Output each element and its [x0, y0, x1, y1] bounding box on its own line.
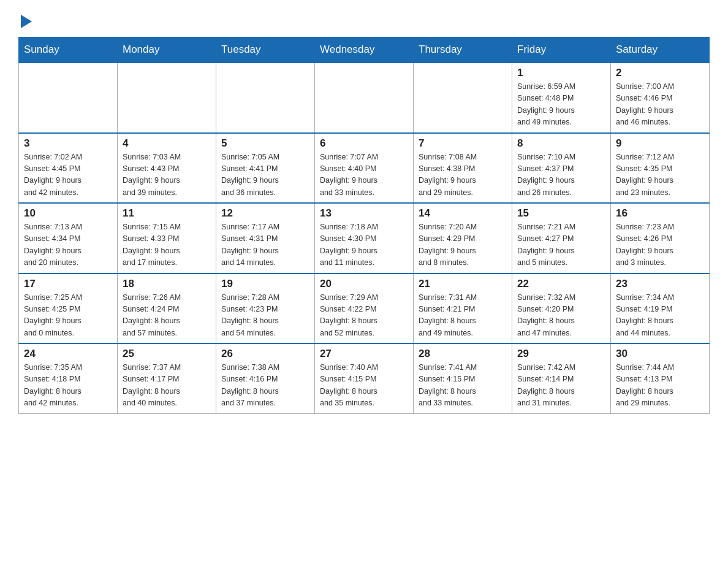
week-row-5: 24Sunrise: 7:35 AM Sunset: 4:18 PM Dayli… [19, 343, 710, 413]
day-number: 24 [24, 348, 112, 360]
day-info: Sunrise: 6:59 AM Sunset: 4:48 PM Dayligh… [517, 81, 605, 129]
day-number: 1 [517, 67, 605, 79]
calendar-table: SundayMondayTuesdayWednesdayThursdayFrid… [18, 37, 710, 414]
calendar-cell: 6Sunrise: 7:07 AM Sunset: 4:40 PM Daylig… [315, 133, 414, 204]
day-number: 3 [24, 137, 112, 150]
calendar-cell: 17Sunrise: 7:25 AM Sunset: 4:25 PM Dayli… [19, 274, 118, 344]
calendar-cell: 1Sunrise: 6:59 AM Sunset: 4:48 PM Daylig… [512, 63, 611, 133]
weekday-header-monday: Monday [118, 37, 216, 63]
calendar-cell [216, 63, 315, 133]
week-row-4: 17Sunrise: 7:25 AM Sunset: 4:25 PM Dayli… [19, 274, 710, 344]
day-number: 14 [419, 207, 507, 220]
day-number: 2 [616, 67, 704, 79]
day-info: Sunrise: 7:38 AM Sunset: 4:16 PM Dayligh… [221, 362, 309, 410]
calendar-cell: 24Sunrise: 7:35 AM Sunset: 4:18 PM Dayli… [19, 343, 118, 413]
calendar-cell: 25Sunrise: 7:37 AM Sunset: 4:17 PM Dayli… [118, 343, 216, 413]
calendar-cell: 20Sunrise: 7:29 AM Sunset: 4:22 PM Dayli… [315, 274, 414, 344]
calendar-cell: 7Sunrise: 7:08 AM Sunset: 4:38 PM Daylig… [414, 133, 512, 204]
day-number: 21 [419, 278, 507, 290]
weekday-header-row: SundayMondayTuesdayWednesdayThursdayFrid… [19, 37, 710, 63]
calendar-cell [19, 63, 118, 133]
day-number: 6 [320, 137, 408, 150]
day-number: 11 [123, 207, 211, 220]
day-number: 22 [517, 278, 605, 290]
day-info: Sunrise: 7:29 AM Sunset: 4:22 PM Dayligh… [320, 292, 408, 340]
day-info: Sunrise: 7:05 AM Sunset: 4:41 PM Dayligh… [221, 151, 309, 199]
day-number: 5 [221, 137, 309, 150]
day-number: 10 [24, 207, 112, 220]
calendar-cell: 4Sunrise: 7:03 AM Sunset: 4:43 PM Daylig… [118, 133, 216, 204]
weekday-header-thursday: Thursday [414, 37, 512, 63]
calendar-cell: 8Sunrise: 7:10 AM Sunset: 4:37 PM Daylig… [512, 133, 611, 204]
day-info: Sunrise: 7:07 AM Sunset: 4:40 PM Dayligh… [320, 151, 408, 199]
page-header [18, 12, 710, 31]
day-info: Sunrise: 7:18 AM Sunset: 4:30 PM Dayligh… [320, 221, 408, 269]
calendar-cell: 14Sunrise: 7:20 AM Sunset: 4:29 PM Dayli… [414, 203, 512, 274]
day-number: 17 [24, 278, 112, 290]
day-number: 29 [517, 348, 605, 360]
day-info: Sunrise: 7:17 AM Sunset: 4:31 PM Dayligh… [221, 221, 309, 269]
day-number: 27 [320, 348, 408, 360]
day-number: 28 [419, 348, 507, 360]
day-info: Sunrise: 7:03 AM Sunset: 4:43 PM Dayligh… [123, 151, 211, 199]
calendar-cell: 16Sunrise: 7:23 AM Sunset: 4:26 PM Dayli… [611, 203, 710, 274]
svg-marker-0 [21, 15, 32, 28]
day-info: Sunrise: 7:02 AM Sunset: 4:45 PM Dayligh… [24, 151, 112, 199]
calendar-cell: 21Sunrise: 7:31 AM Sunset: 4:21 PM Dayli… [414, 274, 512, 344]
day-number: 15 [517, 207, 605, 220]
day-info: Sunrise: 7:42 AM Sunset: 4:14 PM Dayligh… [517, 362, 605, 410]
calendar-cell [118, 63, 216, 133]
day-number: 19 [221, 278, 309, 290]
day-info: Sunrise: 7:23 AM Sunset: 4:26 PM Dayligh… [616, 221, 704, 269]
logo-arrow-icon [21, 15, 32, 28]
day-number: 26 [221, 348, 309, 360]
weekday-header-saturday: Saturday [611, 37, 710, 63]
day-info: Sunrise: 7:15 AM Sunset: 4:33 PM Dayligh… [123, 221, 211, 269]
week-row-3: 10Sunrise: 7:13 AM Sunset: 4:34 PM Dayli… [19, 203, 710, 274]
day-number: 7 [419, 137, 507, 150]
calendar-cell: 27Sunrise: 7:40 AM Sunset: 4:15 PM Dayli… [315, 343, 414, 413]
calendar-cell: 9Sunrise: 7:12 AM Sunset: 4:35 PM Daylig… [611, 133, 710, 204]
day-number: 9 [616, 137, 704, 150]
weekday-header-tuesday: Tuesday [216, 37, 315, 63]
day-info: Sunrise: 7:13 AM Sunset: 4:34 PM Dayligh… [24, 221, 112, 269]
day-number: 8 [517, 137, 605, 150]
calendar-cell: 30Sunrise: 7:44 AM Sunset: 4:13 PM Dayli… [611, 343, 710, 413]
calendar-cell: 22Sunrise: 7:32 AM Sunset: 4:20 PM Dayli… [512, 274, 611, 344]
calendar-cell: 29Sunrise: 7:42 AM Sunset: 4:14 PM Dayli… [512, 343, 611, 413]
day-number: 16 [616, 207, 704, 220]
day-info: Sunrise: 7:34 AM Sunset: 4:19 PM Dayligh… [616, 292, 704, 340]
day-info: Sunrise: 7:35 AM Sunset: 4:18 PM Dayligh… [24, 362, 112, 410]
day-info: Sunrise: 7:28 AM Sunset: 4:23 PM Dayligh… [221, 292, 309, 340]
calendar-cell: 19Sunrise: 7:28 AM Sunset: 4:23 PM Dayli… [216, 274, 315, 344]
calendar-cell: 11Sunrise: 7:15 AM Sunset: 4:33 PM Dayli… [118, 203, 216, 274]
day-info: Sunrise: 7:26 AM Sunset: 4:24 PM Dayligh… [123, 292, 211, 340]
day-info: Sunrise: 7:41 AM Sunset: 4:15 PM Dayligh… [419, 362, 507, 410]
day-number: 12 [221, 207, 309, 220]
day-info: Sunrise: 7:00 AM Sunset: 4:46 PM Dayligh… [616, 81, 704, 129]
day-number: 30 [616, 348, 704, 360]
calendar-cell [315, 63, 414, 133]
calendar-cell: 26Sunrise: 7:38 AM Sunset: 4:16 PM Dayli… [216, 343, 315, 413]
day-info: Sunrise: 7:25 AM Sunset: 4:25 PM Dayligh… [24, 292, 112, 340]
day-number: 4 [123, 137, 211, 150]
calendar-cell: 13Sunrise: 7:18 AM Sunset: 4:30 PM Dayli… [315, 203, 414, 274]
calendar-cell: 28Sunrise: 7:41 AM Sunset: 4:15 PM Dayli… [414, 343, 512, 413]
day-number: 23 [616, 278, 704, 290]
weekday-header-friday: Friday [512, 37, 611, 63]
day-info: Sunrise: 7:32 AM Sunset: 4:20 PM Dayligh… [517, 292, 605, 340]
day-info: Sunrise: 7:37 AM Sunset: 4:17 PM Dayligh… [123, 362, 211, 410]
calendar-cell: 15Sunrise: 7:21 AM Sunset: 4:27 PM Dayli… [512, 203, 611, 274]
day-number: 13 [320, 207, 408, 220]
day-info: Sunrise: 7:31 AM Sunset: 4:21 PM Dayligh… [419, 292, 507, 340]
day-number: 18 [123, 278, 211, 290]
calendar-cell: 18Sunrise: 7:26 AM Sunset: 4:24 PM Dayli… [118, 274, 216, 344]
calendar-cell: 12Sunrise: 7:17 AM Sunset: 4:31 PM Dayli… [216, 203, 315, 274]
calendar-cell: 23Sunrise: 7:34 AM Sunset: 4:19 PM Dayli… [611, 274, 710, 344]
day-info: Sunrise: 7:44 AM Sunset: 4:13 PM Dayligh… [616, 362, 704, 410]
day-info: Sunrise: 7:21 AM Sunset: 4:27 PM Dayligh… [517, 221, 605, 269]
day-info: Sunrise: 7:20 AM Sunset: 4:29 PM Dayligh… [419, 221, 507, 269]
weekday-header-wednesday: Wednesday [315, 37, 414, 63]
day-number: 25 [123, 348, 211, 360]
calendar-cell: 5Sunrise: 7:05 AM Sunset: 4:41 PM Daylig… [216, 133, 315, 204]
